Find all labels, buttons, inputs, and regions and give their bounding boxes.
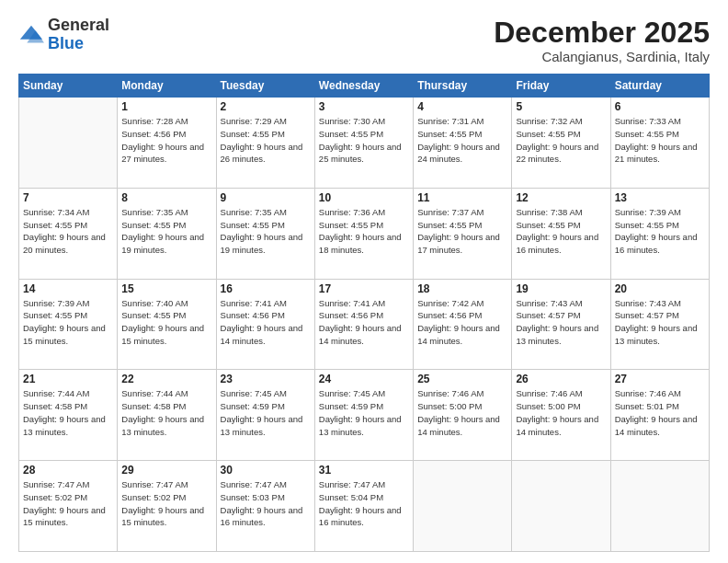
day-detail: Sunrise: 7:45 AM Sunset: 4:59 PM Dayligh…	[319, 387, 409, 438]
location: Calangianus, Sardinia, Italy	[494, 49, 710, 64]
calendar-cell: 5Sunrise: 7:32 AM Sunset: 4:55 PM Daylig…	[512, 98, 610, 189]
logo-text: General Blue	[48, 17, 109, 53]
day-number: 16	[221, 282, 311, 295]
calendar-cell: 10Sunrise: 7:36 AM Sunset: 4:55 PM Dayli…	[314, 188, 413, 279]
logo-blue: Blue	[48, 35, 109, 53]
calendar-header-row: SundayMondayTuesdayWednesdayThursdayFrid…	[19, 75, 710, 98]
calendar-cell: 30Sunrise: 7:47 AM Sunset: 5:03 PM Dayli…	[216, 461, 314, 552]
day-detail: Sunrise: 7:36 AM Sunset: 4:55 PM Dayligh…	[319, 206, 409, 257]
week-row-5: 28Sunrise: 7:47 AM Sunset: 5:02 PM Dayli…	[19, 461, 710, 552]
day-detail: Sunrise: 7:41 AM Sunset: 4:56 PM Dayligh…	[221, 297, 311, 348]
calendar-cell: 3Sunrise: 7:30 AM Sunset: 4:55 PM Daylig…	[314, 98, 413, 189]
day-number: 4	[417, 100, 507, 113]
calendar-cell: 4Sunrise: 7:31 AM Sunset: 4:55 PM Daylig…	[414, 98, 512, 189]
day-detail: Sunrise: 7:47 AM Sunset: 5:03 PM Dayligh…	[221, 478, 311, 529]
day-number: 29	[121, 464, 211, 477]
day-detail: Sunrise: 7:47 AM Sunset: 5:04 PM Dayligh…	[319, 478, 409, 529]
day-detail: Sunrise: 7:46 AM Sunset: 5:00 PM Dayligh…	[516, 387, 606, 438]
day-number: 3	[319, 100, 409, 113]
calendar-cell: 1Sunrise: 7:28 AM Sunset: 4:56 PM Daylig…	[118, 98, 216, 189]
calendar-cell	[414, 461, 512, 552]
calendar-cell: 23Sunrise: 7:45 AM Sunset: 4:59 PM Dayli…	[216, 370, 314, 461]
page: General Blue December 2025 Calangianus, …	[0, 0, 728, 563]
calendar-cell: 16Sunrise: 7:41 AM Sunset: 4:56 PM Dayli…	[216, 279, 314, 370]
day-detail: Sunrise: 7:28 AM Sunset: 4:56 PM Dayligh…	[121, 115, 211, 166]
day-detail: Sunrise: 7:37 AM Sunset: 4:55 PM Dayligh…	[417, 206, 507, 257]
day-detail: Sunrise: 7:44 AM Sunset: 4:58 PM Dayligh…	[121, 387, 211, 438]
day-detail: Sunrise: 7:35 AM Sunset: 4:55 PM Dayligh…	[121, 206, 211, 257]
month-title: December 2025	[494, 17, 710, 49]
day-detail: Sunrise: 7:29 AM Sunset: 4:55 PM Dayligh…	[221, 115, 311, 166]
calendar-cell	[610, 461, 709, 552]
day-detail: Sunrise: 7:35 AM Sunset: 4:55 PM Dayligh…	[221, 206, 311, 257]
calendar-cell: 11Sunrise: 7:37 AM Sunset: 4:55 PM Dayli…	[414, 188, 512, 279]
day-number: 10	[319, 191, 409, 204]
day-detail: Sunrise: 7:34 AM Sunset: 4:55 PM Dayligh…	[23, 206, 113, 257]
day-number: 2	[221, 100, 311, 113]
calendar-cell: 31Sunrise: 7:47 AM Sunset: 5:04 PM Dayli…	[314, 461, 413, 552]
day-detail: Sunrise: 7:32 AM Sunset: 4:55 PM Dayligh…	[516, 115, 606, 166]
day-number: 13	[615, 191, 705, 204]
logo-general: General	[48, 17, 109, 35]
day-number: 21	[23, 373, 113, 385]
day-number: 6	[615, 100, 705, 113]
week-row-2: 7Sunrise: 7:34 AM Sunset: 4:55 PM Daylig…	[19, 188, 710, 279]
day-number: 23	[221, 373, 311, 385]
day-detail: Sunrise: 7:38 AM Sunset: 4:55 PM Dayligh…	[516, 206, 606, 257]
day-number: 15	[121, 282, 211, 295]
day-number: 11	[417, 191, 507, 204]
calendar-cell	[19, 98, 118, 189]
calendar-cell: 17Sunrise: 7:41 AM Sunset: 4:56 PM Dayli…	[314, 279, 413, 370]
calendar-cell: 12Sunrise: 7:38 AM Sunset: 4:55 PM Dayli…	[512, 188, 610, 279]
day-detail: Sunrise: 7:39 AM Sunset: 4:55 PM Dayligh…	[23, 297, 113, 348]
day-number: 1	[121, 100, 211, 113]
day-number: 27	[615, 373, 705, 385]
calendar-cell: 26Sunrise: 7:46 AM Sunset: 5:00 PM Dayli…	[512, 370, 610, 461]
day-number: 24	[319, 373, 409, 385]
day-number: 28	[23, 464, 113, 477]
day-number: 19	[516, 282, 606, 295]
calendar-cell: 24Sunrise: 7:45 AM Sunset: 4:59 PM Dayli…	[314, 370, 413, 461]
day-detail: Sunrise: 7:41 AM Sunset: 4:56 PM Dayligh…	[319, 297, 409, 348]
day-number: 30	[221, 464, 311, 477]
day-number: 25	[417, 373, 507, 385]
calendar-cell: 25Sunrise: 7:46 AM Sunset: 5:00 PM Dayli…	[414, 370, 512, 461]
calendar-cell: 20Sunrise: 7:43 AM Sunset: 4:57 PM Dayli…	[610, 279, 709, 370]
day-number: 26	[516, 373, 606, 385]
calendar-cell: 19Sunrise: 7:43 AM Sunset: 4:57 PM Dayli…	[512, 279, 610, 370]
day-detail: Sunrise: 7:39 AM Sunset: 4:55 PM Dayligh…	[615, 206, 705, 257]
day-detail: Sunrise: 7:47 AM Sunset: 5:02 PM Dayligh…	[121, 478, 211, 529]
calendar-cell: 21Sunrise: 7:44 AM Sunset: 4:58 PM Dayli…	[19, 370, 118, 461]
calendar-cell: 15Sunrise: 7:40 AM Sunset: 4:55 PM Dayli…	[118, 279, 216, 370]
day-header-thursday: Thursday	[414, 75, 512, 98]
calendar-cell: 28Sunrise: 7:47 AM Sunset: 5:02 PM Dayli…	[19, 461, 118, 552]
day-header-saturday: Saturday	[610, 75, 709, 98]
calendar-cell: 27Sunrise: 7:46 AM Sunset: 5:01 PM Dayli…	[610, 370, 709, 461]
logo: General Blue	[18, 17, 109, 53]
day-detail: Sunrise: 7:44 AM Sunset: 4:58 PM Dayligh…	[23, 387, 113, 438]
day-header-monday: Monday	[118, 75, 216, 98]
day-number: 5	[516, 100, 606, 113]
day-number: 31	[319, 464, 409, 477]
day-detail: Sunrise: 7:40 AM Sunset: 4:55 PM Dayligh…	[121, 297, 211, 348]
calendar-cell: 13Sunrise: 7:39 AM Sunset: 4:55 PM Dayli…	[610, 188, 709, 279]
day-detail: Sunrise: 7:46 AM Sunset: 5:00 PM Dayligh…	[417, 387, 507, 438]
day-detail: Sunrise: 7:33 AM Sunset: 4:55 PM Dayligh…	[615, 115, 705, 166]
day-header-wednesday: Wednesday	[314, 75, 413, 98]
day-number: 8	[121, 191, 211, 204]
week-row-4: 21Sunrise: 7:44 AM Sunset: 4:58 PM Dayli…	[19, 370, 710, 461]
day-number: 9	[221, 191, 311, 204]
header: General Blue December 2025 Calangianus, …	[18, 17, 710, 64]
week-row-1: 1Sunrise: 7:28 AM Sunset: 4:56 PM Daylig…	[19, 98, 710, 189]
day-detail: Sunrise: 7:43 AM Sunset: 4:57 PM Dayligh…	[615, 297, 705, 348]
day-header-tuesday: Tuesday	[216, 75, 314, 98]
calendar-cell: 18Sunrise: 7:42 AM Sunset: 4:56 PM Dayli…	[414, 279, 512, 370]
calendar-cell: 7Sunrise: 7:34 AM Sunset: 4:55 PM Daylig…	[19, 188, 118, 279]
calendar-cell: 6Sunrise: 7:33 AM Sunset: 4:55 PM Daylig…	[610, 98, 709, 189]
calendar-cell: 2Sunrise: 7:29 AM Sunset: 4:55 PM Daylig…	[216, 98, 314, 189]
day-detail: Sunrise: 7:46 AM Sunset: 5:01 PM Dayligh…	[615, 387, 705, 438]
day-header-sunday: Sunday	[19, 75, 118, 98]
day-detail: Sunrise: 7:31 AM Sunset: 4:55 PM Dayligh…	[417, 115, 507, 166]
day-detail: Sunrise: 7:30 AM Sunset: 4:55 PM Dayligh…	[319, 115, 409, 166]
calendar-cell: 9Sunrise: 7:35 AM Sunset: 4:55 PM Daylig…	[216, 188, 314, 279]
